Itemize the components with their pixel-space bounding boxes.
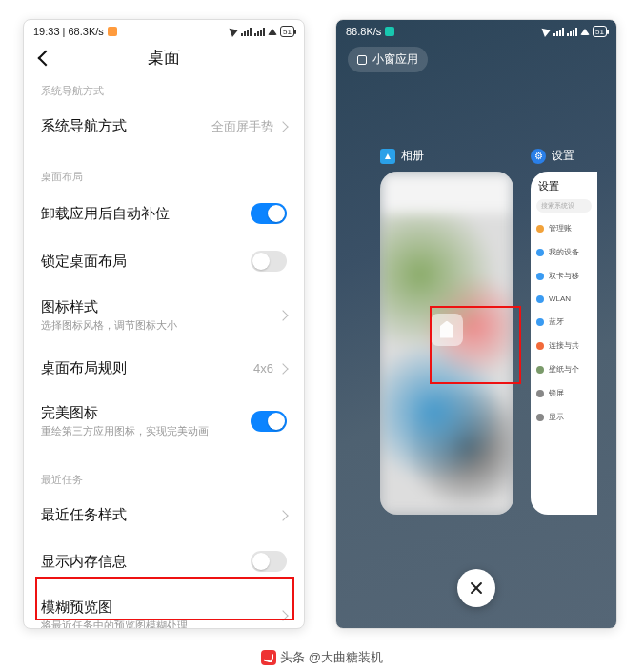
row-grid-rule[interactable]: 桌面布局规则 4x6 bbox=[24, 346, 304, 391]
chevron-right-icon bbox=[277, 510, 288, 520]
item-label: 双卡与移 bbox=[549, 271, 579, 281]
location-icon bbox=[230, 26, 240, 37]
row-label: 锁定桌面布局 bbox=[41, 253, 127, 271]
toutiao-logo-icon bbox=[261, 650, 276, 665]
row-label: 系统导航方式 bbox=[41, 117, 127, 135]
phone-right-recents: 86.8K/s 51 小窗应用 ▲ 相册 bbox=[335, 19, 617, 629]
row-label: 最近任务样式 bbox=[41, 506, 127, 524]
item-icon bbox=[536, 273, 544, 280]
pill-label: 小窗应用 bbox=[372, 51, 418, 68]
page-title: 桌面 bbox=[56, 47, 272, 69]
location-icon bbox=[542, 26, 553, 37]
alarm-icon bbox=[108, 27, 117, 36]
section-nav: 系统导航方式 bbox=[24, 74, 304, 104]
signal-icon-2 bbox=[567, 28, 577, 36]
settings-list-item[interactable]: 管理账 bbox=[531, 216, 597, 240]
item-label: 蓝牙 bbox=[549, 316, 564, 327]
gallery-icon: ▲ bbox=[380, 149, 395, 164]
settings-list-item[interactable]: WLAN bbox=[531, 288, 597, 310]
row-recent-style[interactable]: 最近任务样式 bbox=[24, 493, 304, 538]
settings-search[interactable]: 搜索系统设 bbox=[536, 199, 592, 213]
item-icon bbox=[536, 366, 544, 374]
item-icon bbox=[536, 318, 544, 326]
toggle-autofill[interactable] bbox=[251, 203, 287, 224]
chevron-right-icon bbox=[277, 121, 288, 132]
row-mem-info[interactable]: 显示内存信息 bbox=[24, 538, 304, 585]
settings-title: 设置 bbox=[531, 172, 597, 195]
alarm-icon bbox=[385, 27, 394, 36]
watermark: 头条 @大曲糖装机 bbox=[0, 649, 644, 666]
row-label: 完美图标 bbox=[41, 404, 209, 422]
item-label: 连接与共 bbox=[549, 340, 579, 351]
battery-icon: 51 bbox=[593, 26, 607, 37]
recent-cards: ▲ 相册 ⚙ 设置 设置 搜索系统设 管理账我的设 bbox=[380, 148, 617, 571]
row-label: 模糊预览图 bbox=[41, 599, 188, 617]
item-label: 壁纸与个 bbox=[549, 364, 579, 375]
back-button[interactable] bbox=[37, 49, 56, 68]
row-lock-layout[interactable]: 锁定桌面布局 bbox=[24, 237, 304, 285]
settings-list-item[interactable]: 锁屏 bbox=[531, 381, 597, 405]
toggle-lock-layout[interactable] bbox=[251, 251, 287, 272]
clear-all-button[interactable] bbox=[457, 569, 495, 607]
mini-window-icon bbox=[357, 55, 367, 65]
item-icon bbox=[536, 295, 544, 303]
chevron-right-icon bbox=[277, 310, 288, 320]
item-label: 锁屏 bbox=[549, 388, 564, 398]
status-bar: 86.8K/s 51 bbox=[336, 20, 616, 37]
row-blur-preview[interactable]: 模糊预览图 将最近任务中的预览图模糊处理 bbox=[24, 585, 304, 629]
chevron-right-icon bbox=[277, 363, 288, 374]
card-title: 设置 bbox=[552, 148, 574, 164]
row-label: 桌面布局规则 bbox=[41, 359, 127, 377]
signal-icon bbox=[553, 28, 564, 36]
card-header-settings: ⚙ 设置 bbox=[531, 148, 597, 164]
item-label: WLAN bbox=[549, 294, 571, 303]
item-label: 显示 bbox=[549, 412, 564, 422]
toggle-mem-info[interactable] bbox=[251, 551, 287, 572]
status-left: 86.8K/s bbox=[346, 26, 381, 37]
item-icon bbox=[536, 414, 544, 421]
row-label: 卸载应用后自动补位 bbox=[41, 205, 170, 223]
card-title: 相册 bbox=[401, 148, 424, 164]
section-recent: 最近任务 bbox=[24, 463, 304, 493]
battery-icon: 51 bbox=[280, 26, 294, 37]
settings-list-item[interactable]: 蓝牙 bbox=[531, 310, 597, 334]
chevron-right-icon bbox=[277, 610, 288, 620]
recent-card-settings[interactable]: 设置 搜索系统设 管理账我的设备双卡与移WLAN蓝牙连接与共壁纸与个锁屏显示 bbox=[531, 172, 597, 515]
item-icon bbox=[536, 249, 544, 256]
toggle-perfect-icon[interactable] bbox=[251, 411, 287, 432]
item-icon bbox=[536, 390, 544, 397]
settings-list-item[interactable]: 显示 bbox=[531, 405, 597, 429]
titlebar: 桌面 bbox=[24, 37, 304, 74]
row-value: 全面屏手势 bbox=[211, 118, 273, 135]
row-value: 4x6 bbox=[253, 361, 273, 376]
recent-card-gallery[interactable] bbox=[380, 172, 513, 515]
row-perfect-icon[interactable]: 完美图标 重绘第三方应用图标，实现完美动画 bbox=[24, 391, 304, 452]
row-system-nav[interactable]: 系统导航方式 全面屏手势 bbox=[24, 104, 304, 149]
row-icon-style[interactable]: 图标样式 选择图标风格，调节图标大小 bbox=[24, 285, 304, 346]
row-label: 图标样式 bbox=[41, 298, 177, 316]
row-label: 显示内存信息 bbox=[41, 553, 127, 571]
wifi-icon bbox=[580, 29, 590, 35]
status-left: 19:33 | 68.3K/s bbox=[33, 26, 104, 37]
phone-left-settings: 19:33 | 68.3K/s 51 桌面 系统导航方式 系统导航方式 全面屏手… bbox=[23, 19, 305, 629]
settings-list-item[interactable]: 我的设备 bbox=[531, 240, 597, 264]
settings-list-item[interactable]: 壁纸与个 bbox=[531, 357, 597, 381]
mini-window-pill[interactable]: 小窗应用 bbox=[348, 47, 428, 72]
item-label: 管理账 bbox=[549, 223, 572, 233]
item-icon bbox=[536, 225, 544, 233]
card-header-gallery: ▲ 相册 bbox=[380, 148, 513, 164]
signal-icon bbox=[241, 28, 252, 36]
wifi-icon bbox=[268, 29, 277, 35]
row-sub: 选择图标风格，调节图标大小 bbox=[41, 319, 177, 333]
gear-icon: ⚙ bbox=[531, 149, 546, 164]
row-autofill[interactable]: 卸载应用后自动补位 bbox=[24, 190, 304, 237]
row-sub: 重绘第三方应用图标，实现完美动画 bbox=[41, 425, 209, 438]
row-sub: 将最近任务中的预览图模糊处理 bbox=[41, 619, 188, 629]
settings-list-item[interactable]: 双卡与移 bbox=[531, 264, 597, 288]
status-bar: 19:33 | 68.3K/s 51 bbox=[24, 20, 304, 37]
signal-icon-2 bbox=[254, 28, 265, 36]
settings-list-item[interactable]: 连接与共 bbox=[531, 334, 597, 357]
item-icon bbox=[536, 342, 544, 350]
app-center-icon bbox=[431, 314, 463, 346]
section-layout: 桌面布局 bbox=[24, 160, 304, 190]
